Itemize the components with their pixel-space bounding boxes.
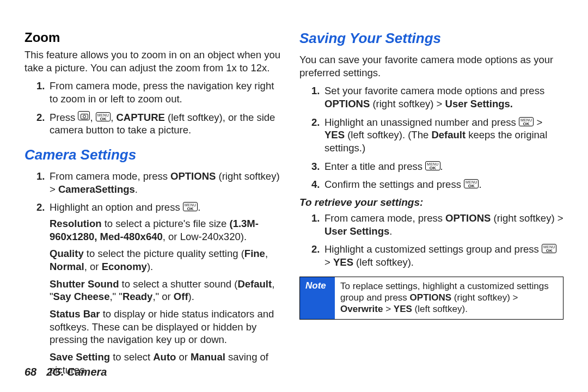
status-bar-option: Status Bar to display or hide status ind… xyxy=(50,308,283,346)
save-step-1: Set your favorite camera mode options an… xyxy=(299,84,564,110)
resolution-option: Resolution to select a picture's file si… xyxy=(50,217,283,243)
menu-ok-key-icon: MENUOK xyxy=(542,244,556,253)
note-box: Note To replace settings, highlight a cu… xyxy=(299,277,564,320)
camera-key-icon xyxy=(78,111,90,120)
zoom-step-2: Press , MENUOK, CAPTURE (left softkey), … xyxy=(24,111,283,137)
left-column: Zoom This feature allows you to zoom in … xyxy=(24,30,294,348)
saving-settings-heading: Saving Your Settings xyxy=(299,30,564,47)
shutter-sound-option: Shutter Sound to select a shutter sound … xyxy=(50,278,283,303)
camset-step-2: Highlight an option and press MENUOK. Re… xyxy=(24,201,283,376)
page-number: 68 xyxy=(24,366,36,378)
retrieve-step-2: Highlight a customized settings group an… xyxy=(299,243,564,268)
camset-step-1: From camera mode, press OPTIONS (right s… xyxy=(24,170,283,195)
quality-option: Quality to select the picture quality se… xyxy=(50,247,283,273)
menu-ok-key-icon: MENUOK xyxy=(519,117,534,126)
save-step-4: Confirm the settings and press MENUOK. xyxy=(299,178,564,191)
menu-ok-key-icon: MENUOK xyxy=(464,179,479,188)
zoom-heading: Zoom xyxy=(24,30,283,45)
page-footer: 682G. Camera xyxy=(24,366,107,378)
menu-ok-key-icon: MENUOK xyxy=(183,202,198,211)
manual-page: Zoom This feature allows you to zoom in … xyxy=(0,0,588,348)
note-text: To replace settings, highlight a customi… xyxy=(335,277,563,320)
chapter-title: 2G. Camera xyxy=(46,366,107,378)
right-column: Saving Your Settings You can save your f… xyxy=(294,30,564,348)
saving-intro: You can save your favorite camera mode o… xyxy=(299,53,564,79)
menu-ok-key-icon: MENUOK xyxy=(425,161,440,170)
camera-settings-steps: From camera mode, press OPTIONS (right s… xyxy=(24,170,283,376)
retrieve-step-1: From camera mode, press OPTIONS (right s… xyxy=(299,212,564,237)
save-step-3: Enter a title and press MENUOK. xyxy=(299,160,564,173)
note-label: Note xyxy=(300,277,335,320)
zoom-step-1: From camera mode, press the navigation k… xyxy=(24,79,283,105)
retrieve-subheading: To retrieve your settings: xyxy=(299,197,564,209)
saving-steps: Set your favorite camera mode options an… xyxy=(299,84,564,191)
camera-settings-heading: Camera Settings xyxy=(24,146,283,163)
zoom-steps: From camera mode, press the navigation k… xyxy=(24,79,283,137)
menu-ok-key-icon: MENUOK xyxy=(96,112,111,121)
retrieve-steps: From camera mode, press OPTIONS (right s… xyxy=(299,212,564,269)
save-step-2: Highlight an unassigned number and press… xyxy=(299,116,564,155)
zoom-intro: This feature allows you to zoom in on an… xyxy=(24,48,283,74)
